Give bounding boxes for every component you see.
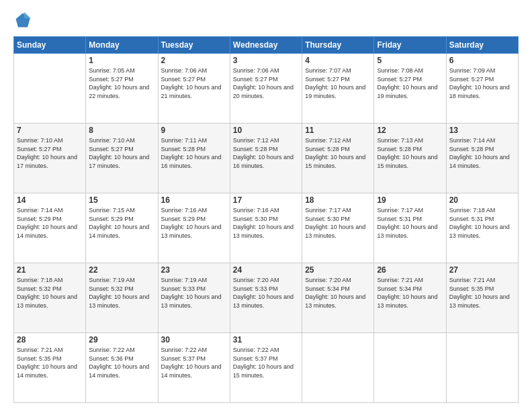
- calendar-cell: 12Sunrise: 7:13 AMSunset: 5:28 PMDayligh…: [374, 124, 446, 193]
- calendar-table: SundayMondayTuesdayWednesdayThursdayFrid…: [13, 36, 519, 403]
- day-number: 10: [233, 126, 299, 135]
- logo-icon: [13, 11, 32, 30]
- calendar-header-row: SundayMondayTuesdayWednesdayThursdayFrid…: [14, 37, 519, 54]
- calendar-day-header: Sunday: [14, 37, 86, 54]
- calendar-day-header: Tuesday: [158, 37, 230, 54]
- day-info: Sunrise: 7:18 AMSunset: 5:32 PMDaylight:…: [17, 276, 83, 310]
- day-info: Sunrise: 7:05 AMSunset: 5:27 PMDaylight:…: [89, 66, 154, 100]
- day-number: 19: [377, 195, 443, 205]
- day-number: 23: [161, 265, 227, 275]
- calendar-day-header: Monday: [86, 37, 158, 54]
- day-number: 21: [17, 265, 83, 275]
- day-number: 5: [377, 56, 443, 65]
- calendar-cell: 2Sunrise: 7:06 AMSunset: 5:27 PMDaylight…: [158, 54, 230, 124]
- day-info: Sunrise: 7:17 AMSunset: 5:31 PMDaylight:…: [377, 206, 443, 240]
- calendar-cell: 1Sunrise: 7:05 AMSunset: 5:27 PMDaylight…: [86, 54, 158, 124]
- day-info: Sunrise: 7:22 AMSunset: 5:37 PMDaylight:…: [161, 346, 227, 379]
- day-number: 9: [161, 126, 227, 135]
- day-number: 18: [305, 195, 371, 205]
- page: SundayMondayTuesdayWednesdayThursdayFrid…: [0, 0, 532, 411]
- day-info: Sunrise: 7:13 AMSunset: 5:28 PMDaylight:…: [377, 136, 443, 170]
- calendar-week-row: 28Sunrise: 7:21 AMSunset: 5:35 PMDayligh…: [14, 333, 519, 403]
- calendar-cell: 26Sunrise: 7:21 AMSunset: 5:34 PMDayligh…: [374, 263, 446, 333]
- svg-marker-0: [16, 13, 30, 28]
- calendar-week-row: 21Sunrise: 7:18 AMSunset: 5:32 PMDayligh…: [14, 263, 519, 333]
- day-number: 27: [449, 265, 515, 275]
- day-number: 31: [233, 335, 299, 345]
- calendar-cell: 29Sunrise: 7:22 AMSunset: 5:36 PMDayligh…: [86, 333, 158, 403]
- calendar-cell: 30Sunrise: 7:22 AMSunset: 5:37 PMDayligh…: [158, 333, 230, 403]
- calendar-week-row: 1Sunrise: 7:05 AMSunset: 5:27 PMDaylight…: [14, 54, 519, 124]
- day-info: Sunrise: 7:17 AMSunset: 5:30 PMDaylight:…: [305, 206, 371, 240]
- calendar-cell: 21Sunrise: 7:18 AMSunset: 5:32 PMDayligh…: [14, 263, 86, 333]
- calendar-week-row: 7Sunrise: 7:10 AMSunset: 5:27 PMDaylight…: [14, 124, 519, 193]
- day-info: Sunrise: 7:20 AMSunset: 5:33 PMDaylight:…: [233, 276, 299, 310]
- day-info: Sunrise: 7:11 AMSunset: 5:28 PMDaylight:…: [161, 136, 227, 170]
- calendar-cell: [446, 333, 518, 403]
- day-info: Sunrise: 7:08 AMSunset: 5:27 PMDaylight:…: [377, 66, 443, 100]
- calendar-cell: 13Sunrise: 7:14 AMSunset: 5:28 PMDayligh…: [446, 124, 518, 193]
- calendar-cell: 17Sunrise: 7:16 AMSunset: 5:30 PMDayligh…: [230, 193, 302, 263]
- calendar-cell: 14Sunrise: 7:14 AMSunset: 5:29 PMDayligh…: [14, 193, 86, 263]
- day-number: 8: [89, 126, 154, 135]
- day-number: 12: [377, 126, 443, 135]
- calendar-cell: 27Sunrise: 7:21 AMSunset: 5:35 PMDayligh…: [446, 263, 518, 333]
- day-number: 30: [161, 335, 227, 345]
- day-info: Sunrise: 7:20 AMSunset: 5:34 PMDaylight:…: [305, 276, 371, 310]
- calendar-day-header: Saturday: [446, 37, 518, 54]
- day-info: Sunrise: 7:12 AMSunset: 5:28 PMDaylight:…: [305, 136, 371, 170]
- calendar-cell: 18Sunrise: 7:17 AMSunset: 5:30 PMDayligh…: [302, 193, 374, 263]
- calendar-cell: 8Sunrise: 7:10 AMSunset: 5:27 PMDaylight…: [86, 124, 158, 193]
- day-number: 17: [233, 195, 299, 205]
- calendar-cell: 19Sunrise: 7:17 AMSunset: 5:31 PMDayligh…: [374, 193, 446, 263]
- day-number: 14: [17, 195, 83, 205]
- calendar-week-row: 14Sunrise: 7:14 AMSunset: 5:29 PMDayligh…: [14, 193, 519, 263]
- day-info: Sunrise: 7:21 AMSunset: 5:35 PMDaylight:…: [17, 346, 83, 379]
- day-number: 24: [233, 265, 299, 275]
- day-number: 7: [17, 126, 83, 135]
- day-info: Sunrise: 7:15 AMSunset: 5:29 PMDaylight:…: [89, 206, 154, 240]
- day-number: 20: [449, 195, 515, 205]
- day-number: 26: [377, 265, 443, 275]
- day-info: Sunrise: 7:22 AMSunset: 5:37 PMDaylight:…: [233, 346, 299, 379]
- day-number: 15: [89, 195, 154, 205]
- day-info: Sunrise: 7:18 AMSunset: 5:31 PMDaylight:…: [449, 206, 515, 240]
- day-info: Sunrise: 7:21 AMSunset: 5:34 PMDaylight:…: [377, 276, 443, 310]
- day-number: 11: [305, 126, 371, 135]
- logo: [13, 11, 35, 30]
- calendar-day-header: Friday: [374, 37, 446, 54]
- day-info: Sunrise: 7:07 AMSunset: 5:27 PMDaylight:…: [305, 66, 371, 100]
- day-info: Sunrise: 7:21 AMSunset: 5:35 PMDaylight:…: [449, 276, 515, 310]
- day-number: 16: [161, 195, 227, 205]
- day-info: Sunrise: 7:16 AMSunset: 5:30 PMDaylight:…: [233, 206, 299, 240]
- calendar-cell: 4Sunrise: 7:07 AMSunset: 5:27 PMDaylight…: [302, 54, 374, 124]
- day-number: 1: [89, 56, 154, 65]
- calendar-cell: 5Sunrise: 7:08 AMSunset: 5:27 PMDaylight…: [374, 54, 446, 124]
- day-info: Sunrise: 7:19 AMSunset: 5:32 PMDaylight:…: [89, 276, 154, 310]
- day-info: Sunrise: 7:14 AMSunset: 5:28 PMDaylight:…: [449, 136, 515, 170]
- day-info: Sunrise: 7:19 AMSunset: 5:33 PMDaylight:…: [161, 276, 227, 310]
- calendar-day-header: Wednesday: [230, 37, 302, 54]
- day-number: 3: [233, 56, 299, 65]
- day-info: Sunrise: 7:10 AMSunset: 5:27 PMDaylight:…: [17, 136, 83, 170]
- calendar-cell: 7Sunrise: 7:10 AMSunset: 5:27 PMDaylight…: [14, 124, 86, 193]
- day-number: 4: [305, 56, 371, 65]
- day-info: Sunrise: 7:12 AMSunset: 5:28 PMDaylight:…: [233, 136, 299, 170]
- calendar-cell: 22Sunrise: 7:19 AMSunset: 5:32 PMDayligh…: [86, 263, 158, 333]
- svg-marker-1: [24, 12, 32, 19]
- day-number: 25: [305, 265, 371, 275]
- calendar-cell: 6Sunrise: 7:09 AMSunset: 5:27 PMDaylight…: [446, 54, 518, 124]
- day-number: 22: [89, 265, 154, 275]
- calendar-cell: 3Sunrise: 7:06 AMSunset: 5:27 PMDaylight…: [230, 54, 302, 124]
- day-info: Sunrise: 7:06 AMSunset: 5:27 PMDaylight:…: [233, 66, 299, 100]
- day-number: 2: [161, 56, 227, 65]
- day-info: Sunrise: 7:06 AMSunset: 5:27 PMDaylight:…: [161, 66, 227, 100]
- day-info: Sunrise: 7:10 AMSunset: 5:27 PMDaylight:…: [89, 136, 154, 170]
- day-number: 13: [449, 126, 515, 135]
- calendar-cell: 11Sunrise: 7:12 AMSunset: 5:28 PMDayligh…: [302, 124, 374, 193]
- calendar-cell: 24Sunrise: 7:20 AMSunset: 5:33 PMDayligh…: [230, 263, 302, 333]
- calendar-cell: [302, 333, 374, 403]
- calendar-cell: 23Sunrise: 7:19 AMSunset: 5:33 PMDayligh…: [158, 263, 230, 333]
- day-info: Sunrise: 7:22 AMSunset: 5:36 PMDaylight:…: [89, 346, 154, 379]
- calendar-cell: 31Sunrise: 7:22 AMSunset: 5:37 PMDayligh…: [230, 333, 302, 403]
